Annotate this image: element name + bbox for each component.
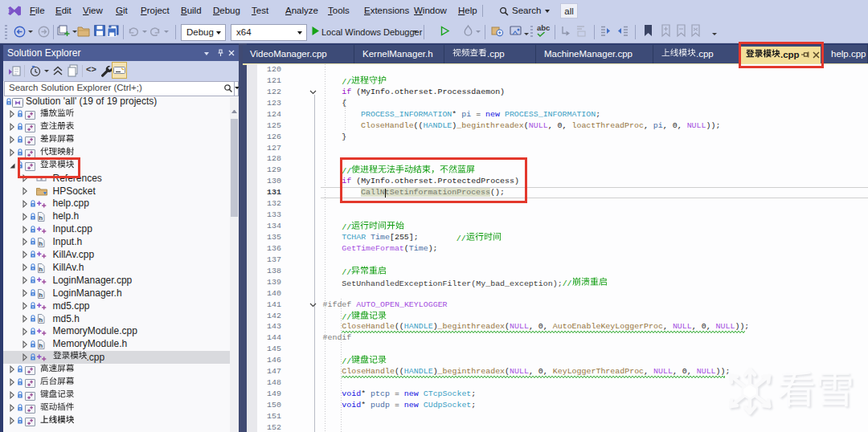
svg-text:h: h [39,291,43,298]
svg-text:h: h [39,239,43,247]
svg-text:h: h [39,265,43,272]
svg-text:h: h [39,316,43,324]
svg-text:h: h [39,342,43,349]
svg-text:h: h [39,214,43,222]
